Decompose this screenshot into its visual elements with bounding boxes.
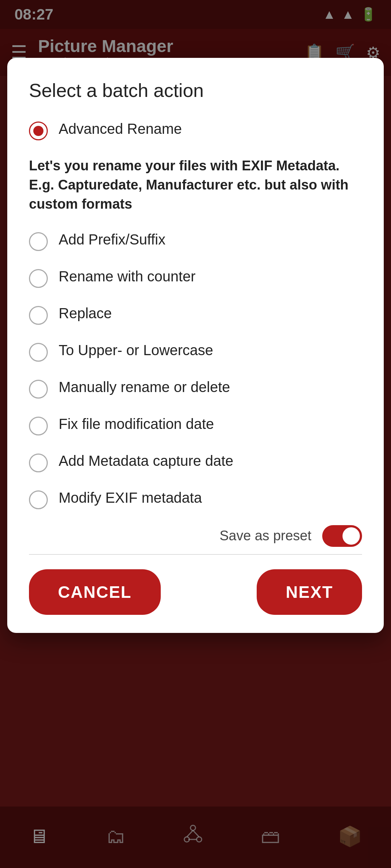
radio-add-metadata-capture-date bbox=[29, 454, 48, 472]
radio-modify-exif-metadata bbox=[29, 490, 48, 509]
option-fix-file-modification-date[interactable]: Fix file modification date bbox=[29, 414, 362, 435]
option-add-metadata-capture-date[interactable]: Add Metadata capture date bbox=[29, 451, 362, 472]
label-add-metadata-capture-date: Add Metadata capture date bbox=[59, 451, 234, 470]
label-replace: Replace bbox=[59, 304, 112, 323]
save-preset-label: Save as preset bbox=[220, 528, 311, 544]
label-fix-file-modification-date: Fix file modification date bbox=[59, 414, 214, 433]
dialog-buttons: CANCEL NEXT bbox=[29, 569, 362, 615]
option-advanced-rename[interactable]: Advanced Rename bbox=[29, 119, 362, 140]
divider bbox=[29, 554, 362, 555]
option-replace[interactable]: Replace bbox=[29, 304, 362, 325]
option-rename-with-counter[interactable]: Rename with counter bbox=[29, 267, 362, 288]
save-as-preset-toggle[interactable] bbox=[322, 525, 362, 547]
option-manually-rename-delete[interactable]: Manually rename or delete bbox=[29, 378, 362, 399]
cancel-button[interactable]: CANCEL bbox=[29, 569, 161, 615]
label-manually-rename-delete: Manually rename or delete bbox=[59, 378, 230, 396]
label-modify-exif-metadata: Modify EXIF metadata bbox=[59, 488, 202, 507]
advanced-rename-description: Let's you rename your files with EXIF Me… bbox=[29, 156, 362, 214]
option-modify-exif-metadata[interactable]: Modify EXIF metadata bbox=[29, 488, 362, 509]
radio-advanced-rename bbox=[29, 122, 48, 140]
radio-rename-with-counter bbox=[29, 269, 48, 288]
option-to-upper-lower[interactable]: To Upper- or Lowercase bbox=[29, 341, 362, 362]
save-as-preset-row: Save as preset bbox=[29, 525, 362, 547]
dialog-title: Select a batch action bbox=[29, 80, 362, 101]
label-to-upper-lower: To Upper- or Lowercase bbox=[59, 341, 213, 359]
radio-manually-rename-delete bbox=[29, 380, 48, 399]
label-advanced-rename: Advanced Rename bbox=[59, 119, 182, 138]
radio-fix-file-modification-date bbox=[29, 417, 48, 435]
radio-to-upper-lower bbox=[29, 343, 48, 362]
option-add-prefix-suffix[interactable]: Add Prefix/Suffix bbox=[29, 230, 362, 251]
radio-add-prefix-suffix bbox=[29, 232, 48, 251]
label-rename-with-counter: Rename with counter bbox=[59, 267, 196, 286]
next-button[interactable]: NEXT bbox=[257, 569, 362, 615]
toggle-knob bbox=[342, 527, 360, 545]
batch-action-dialog: Select a batch action Advanced Rename Le… bbox=[7, 58, 384, 633]
label-add-prefix-suffix: Add Prefix/Suffix bbox=[59, 230, 165, 249]
radio-replace bbox=[29, 306, 48, 325]
